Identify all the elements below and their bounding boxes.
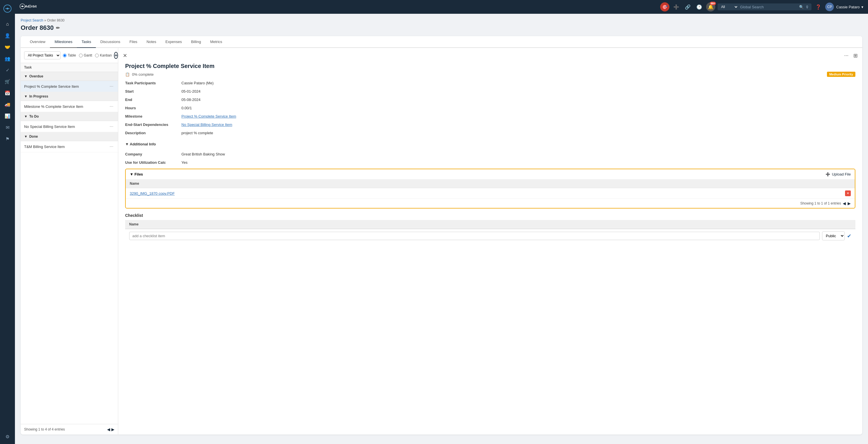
svg-point-5 [22,5,23,7]
field-label-utilization: Use for Utilization Calc [125,160,177,165]
task-options-btn[interactable]: ··· [108,103,115,109]
topbar-username[interactable]: Cassie Pataro ▾ [836,5,863,9]
search-scope-select[interactable]: All Projects Tasks Orders [720,5,738,9]
sidebar-item-cart[interactable]: 🛒 [2,76,12,87]
sidebar-item-truck[interactable]: 🚚 [2,99,12,109]
tab-billing[interactable]: Billing [186,36,206,48]
files-section: ▼ Files ➕ Upload File Name [125,169,856,208]
clock-icon-btn[interactable]: 🕐 [694,2,704,11]
field-value-description: project % complete [181,130,856,136]
task-list-header: Task [21,63,118,72]
topbar-actions: 🎯 ➕ 🔗 🕐 🔔 99+ All Projects Tasks Orders … [660,2,863,11]
files-title[interactable]: ▼ Files [130,172,143,176]
notification-icon-btn[interactable]: 🔔 99+ [706,2,715,11]
add-icon-btn[interactable]: ➕ [672,2,681,11]
view-option-gantt[interactable]: Gantt [79,53,92,57]
task-layout: All Project Tasks My Tasks Overdue Tasks… [21,48,862,435]
sidebar-item-users[interactable]: 👤 [2,30,12,41]
task-filter-select[interactable]: All Project Tasks My Tasks Overdue Tasks [24,52,61,59]
task-options-btn[interactable]: ··· [108,123,115,130]
activity-icon-btn[interactable]: 🎯 [660,2,670,11]
sidebar-item-settings[interactable]: ⚙ [2,432,12,442]
section-to-do[interactable]: ▼ To Do [21,112,118,121]
sidebar-item-mail[interactable]: ✉ [2,122,12,133]
task-row[interactable]: T&M Billing Service Item ··· [21,141,118,152]
search-icon[interactable]: 🔍 [799,5,804,9]
tab-files[interactable]: Files [125,36,142,48]
overdue-triangle-icon: ▼ [24,74,28,78]
sidebar-item-contacts[interactable]: 👥 [2,53,12,64]
checklist-input[interactable] [129,232,820,240]
task-name: No Special Billing Service Item [24,125,108,129]
view-options: Table Gantt Kanban [63,53,112,57]
tab-discussions[interactable]: Discussions [96,36,125,48]
files-pagination-next-icon[interactable]: ▶ [848,201,851,206]
link-icon-btn[interactable]: 🔗 [683,2,692,11]
edit-title-icon[interactable]: ✏ [56,25,60,31]
view-option-kanban[interactable]: Kanban [95,53,112,57]
checklist-col-name: Name [125,220,856,229]
files-col-name: Name [126,179,841,188]
tab-expenses[interactable]: Expenses [161,36,186,48]
tab-tasks[interactable]: Tasks [77,36,96,48]
task-options-btn[interactable]: ··· [108,143,115,150]
pagination-prev-icon[interactable]: ◀ [107,427,110,432]
section-in-progress[interactable]: ▼ In Progress [21,92,118,101]
field-value-utilization: Yes [181,160,856,165]
sidebar-item-handshake[interactable]: 🤝 [2,42,12,52]
tab-milestones[interactable]: Milestones [50,36,77,48]
help-icon-btn[interactable]: ❓ [814,2,823,11]
checklist-add-row: Public Private ✔ [125,229,856,243]
field-label-description: Description [125,130,177,136]
main-card: Overview Milestones Tasks Discussions Fi… [21,36,862,435]
detail-more-btn[interactable]: ··· [844,53,848,59]
checklist-visibility-select[interactable]: Public Private [822,232,845,240]
field-label-milestone: Milestone [125,113,177,119]
progress-icon: 📋 [125,72,130,77]
tab-metrics[interactable]: Metrics [206,36,227,48]
pagination-next-icon[interactable]: ▶ [112,427,115,432]
files-pagination-prev-icon[interactable]: ◀ [843,201,846,206]
additional-info-toggle[interactable]: ▼ Additional Info [125,142,856,146]
files-header: ▼ Files ➕ Upload File [126,169,855,179]
section-overdue[interactable]: ▼ Overdue [21,72,118,81]
in-progress-triangle-icon: ▼ [24,94,28,98]
checklist-section: Checklist Name [125,213,856,243]
sidebar-item-chart[interactable]: 📊 [2,111,12,121]
tab-overview[interactable]: Overview [25,36,50,48]
tab-notes[interactable]: Notes [142,36,161,48]
mic-icon[interactable]: 🎙 [805,5,809,9]
breadcrumb-parent[interactable]: Project Search [21,19,43,22]
breadcrumb-separator: » [44,19,47,22]
file-link[interactable]: 3290_IMG_1870 copy.PDF [130,191,175,196]
task-row[interactable]: No Special Billing Service Item ··· [21,121,118,132]
field-value-dependencies: No Special Billing Service Item [181,122,856,127]
dependency-link[interactable]: No Special Billing Service Item [181,123,232,127]
sidebar: ⌂ 👤 🤝 👥 ✓ 🛒 📅 🚚 📊 ✉ ⚑ ⚙ [0,0,15,444]
global-search-input[interactable] [740,5,797,9]
milestone-link[interactable]: Project % Complete Service Item [181,114,236,118]
task-options-btn[interactable]: ··· [108,83,115,90]
avatar: CP [825,3,834,11]
add-task-btn[interactable]: + [114,52,118,59]
detail-close-btn[interactable]: ✕ [123,53,127,59]
main-content: Ad rbit 🎯 ➕ 🔗 🕐 🔔 99+ All Projects Task [15,0,868,444]
detail-sidebar-toggle-btn[interactable]: ⊞ [854,53,858,59]
upload-file-btn[interactable]: ➕ Upload File [826,172,851,176]
sidebar-item-calendar[interactable]: 📅 [2,88,12,98]
done-triangle-icon: ▼ [24,135,28,139]
sidebar-item-tasks[interactable]: ✓ [2,65,12,75]
field-value-start: 05-01-2024 [181,89,856,94]
task-row[interactable]: Milestone % Complete Service Item ··· [21,101,118,112]
sidebar-item-home[interactable]: ⌂ [2,19,12,29]
upload-icon: ➕ [826,172,830,176]
sidebar-item-flag[interactable]: ⚑ [2,134,12,144]
search-area: All Projects Tasks Orders 🔍 🎙 [718,3,811,10]
view-option-table[interactable]: Table [63,53,76,57]
task-name: T&M Billing Service Item [24,144,108,149]
task-row[interactable]: Project % Complete Service Item ··· [21,81,118,92]
file-delete-btn[interactable]: ✕ [845,191,851,196]
section-done[interactable]: ▼ Done [21,132,118,141]
checklist-submit-btn[interactable]: ✔ [847,233,851,239]
field-label-hours: Hours [125,105,177,111]
